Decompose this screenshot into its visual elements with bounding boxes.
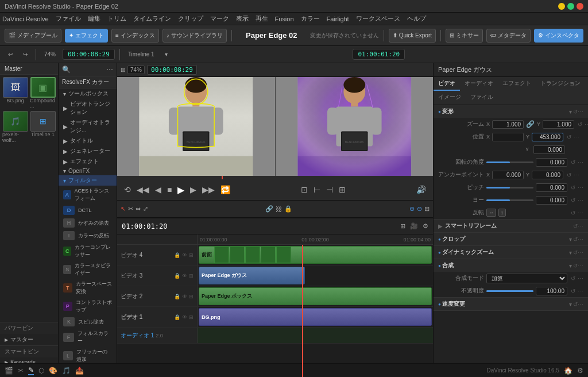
smart-reframe-header[interactable]: ▶ スマートリフレーム ↺ ⋯ (434, 220, 588, 232)
zoom-y-input[interactable] (543, 120, 574, 129)
media-pool-button[interactable]: 🎬 メディアプール (5, 29, 61, 43)
fx-compressor[interactable]: C カラーコンプレッサー (59, 242, 117, 260)
zoom-out-btn[interactable]: ⊖ (417, 205, 422, 213)
fx-colorspace[interactable]: T カラースペース変換 (59, 279, 117, 297)
menu-trim[interactable]: トリム (107, 14, 126, 23)
flip-h-btn[interactable]: ↔ (486, 209, 496, 217)
fullscreen-btn[interactable]: ⊞ (336, 184, 348, 195)
category-video-transition[interactable]: ▶ ビデオトランジション (59, 99, 117, 117)
category-openfx[interactable]: ▾ OpenFX (59, 167, 117, 175)
next-in-btn[interactable]: ⊣ (324, 184, 335, 195)
tab-audio[interactable]: オーディオ (460, 77, 498, 91)
ws-fairlight-icon[interactable]: 🎵 (62, 367, 71, 375)
reset-yaw-icon[interactable]: ↺ (571, 197, 575, 203)
reset-dz-icon[interactable]: ↺ (573, 249, 578, 256)
redo-button[interactable]: ↪ (20, 50, 31, 59)
tab-image[interactable]: イメージ (434, 91, 466, 105)
v1-grid-icon[interactable]: ⊞ (189, 314, 194, 320)
menu-workspace[interactable]: ワークスペース (356, 14, 400, 23)
composite-header[interactable]: ● 合成 ▾ ↺ ⋯ (434, 259, 588, 272)
tool-dynamic[interactable]: ⤢ (143, 205, 148, 213)
zoom-level[interactable]: 74% (41, 50, 59, 59)
v4-grid-icon[interactable]: ⊞ (189, 252, 194, 258)
menu-clip[interactable]: クリップ (178, 14, 203, 23)
ws-color-icon[interactable]: 🎨 (49, 367, 57, 375)
fx-flicker[interactable]: L フリッカーの追加 (59, 347, 117, 363)
search-icon[interactable]: 🔍 (62, 66, 71, 74)
tab-file[interactable]: ファイル (466, 91, 498, 105)
fx-haze[interactable]: H かすみの除去 (59, 217, 117, 229)
more-opacity-icon[interactable]: ⋯ (578, 288, 583, 294)
media-item-compound[interactable]: ▣ Compound ... (30, 77, 56, 109)
timeline-name[interactable]: Timeline 1 (125, 50, 158, 59)
category-title[interactable]: ▶ タイトル (59, 136, 117, 146)
category-generator[interactable]: ▶ ジェネレーター (59, 146, 117, 156)
more-pitch-icon[interactable]: ⋯ (578, 184, 583, 191)
menu-help[interactable]: ヘルプ (407, 14, 426, 23)
menu-fairlight[interactable]: Fairlight (327, 16, 349, 22)
home-icon[interactable]: 🏠 (564, 367, 572, 375)
next-frame-btn[interactable]: ▶▶ (200, 184, 217, 195)
opacity-input[interactable] (536, 287, 567, 295)
mixer-button[interactable]: ⊞ ミキサー (446, 29, 483, 43)
v4-lock-icon[interactable]: 🔒 (174, 252, 180, 258)
category-audio-transition[interactable]: ▶ オーディオトランジ... (59, 117, 117, 136)
play-btn[interactable]: ▶ (175, 183, 187, 197)
zoom-x-input[interactable] (492, 120, 524, 129)
tl-tool-2[interactable]: 🎥 (410, 222, 418, 230)
more-compmode-icon[interactable]: ⋯ (578, 275, 583, 282)
loop-icon[interactable]: ⟲ (122, 184, 133, 195)
tab-transition[interactable]: トランジション (536, 77, 585, 91)
menu-file[interactable]: ファイル (56, 14, 81, 23)
more-flip-icon[interactable]: ⋯ (578, 210, 583, 216)
reset-sr-icon[interactable]: ↺ (573, 223, 578, 229)
fx-stabilizer[interactable]: S カラースタビライザー (59, 260, 117, 279)
fx-spill[interactable]: K スピル除去 (59, 316, 117, 328)
reset-zoom-icon[interactable]: ↺ (578, 121, 582, 128)
inspector-button[interactable]: ⚙ インスペクタ (534, 29, 583, 43)
prev-frame-btn[interactable]: ◀◀ (134, 184, 152, 195)
sound-library-button[interactable]: ♪ サウンドライブラリ (163, 29, 227, 43)
comp-mode-select[interactable]: 加算 (486, 274, 567, 283)
fx-invert[interactable]: I カラーの反転 (59, 229, 117, 242)
more-anchor-icon[interactable]: ⋯ (574, 172, 579, 178)
more-zoom-icon[interactable]: ⋯ (585, 121, 588, 128)
menu-davinci[interactable]: DaVinci Resolve (2, 16, 49, 22)
rotation-slider[interactable] (486, 161, 533, 163)
chain-icon[interactable]: ⛓ (276, 206, 282, 213)
media-item-bg[interactable]: 🖼 BG.png (2, 77, 28, 109)
v3-grid-icon[interactable]: ⊞ (189, 273, 194, 279)
v3-eye-icon[interactable]: 👁 (182, 273, 187, 279)
step-fwd-btn[interactable]: ▶ (188, 184, 199, 195)
menu-edit[interactable]: 編集 (88, 14, 100, 23)
ws-cut-icon[interactable]: ✂ (18, 367, 24, 375)
flip-v-btn[interactable]: ↕ (498, 209, 506, 217)
stop-btn[interactable]: ■ (165, 184, 174, 195)
anchor-y-input[interactable] (532, 171, 563, 179)
pos-x-input[interactable] (492, 133, 524, 141)
reset-pos-icon[interactable]: ↺ (567, 134, 571, 140)
media-item-video[interactable]: 🎵 pexels-wolf... (2, 111, 28, 143)
audio-btn[interactable]: 🔊 (414, 184, 428, 195)
anchor-x-input[interactable] (492, 171, 524, 179)
more-speed-icon[interactable]: ⋯ (578, 301, 583, 307)
output-btn[interactable]: ⊡ (299, 184, 310, 195)
settings-icon[interactable]: ⚙ (577, 367, 583, 375)
reset-rotation-icon[interactable]: ↺ (571, 159, 575, 166)
pitch-input[interactable] (536, 183, 567, 192)
media-item-timeline[interactable]: ⊞ Timeline 1 (30, 111, 56, 143)
reset-comp-icon[interactable]: ↺ (573, 263, 578, 269)
menu-mark[interactable]: マーク (210, 14, 229, 23)
menu-fusion[interactable]: Fusion (275, 16, 294, 22)
transform-header[interactable]: ● 変形 ▾ ↺ ⋯ (434, 105, 588, 118)
v4-eye-icon[interactable]: 👁 (182, 252, 187, 258)
more-yaw-icon[interactable]: ⋯ (578, 197, 583, 203)
fx-dctl[interactable]: D DCTL (59, 204, 117, 217)
speed-header[interactable]: ● 速度変更 ▾ ↺ ⋯ (434, 298, 588, 310)
menu-play[interactable]: 再生 (256, 14, 268, 23)
menu-color[interactable]: カラー (301, 14, 320, 23)
pos-y2-input[interactable] (533, 145, 565, 154)
more-rotation-icon[interactable]: ⋯ (578, 159, 583, 166)
reset-crop-icon[interactable]: ↺ (573, 236, 578, 243)
reset-speed-icon[interactable]: ↺ (573, 301, 578, 307)
